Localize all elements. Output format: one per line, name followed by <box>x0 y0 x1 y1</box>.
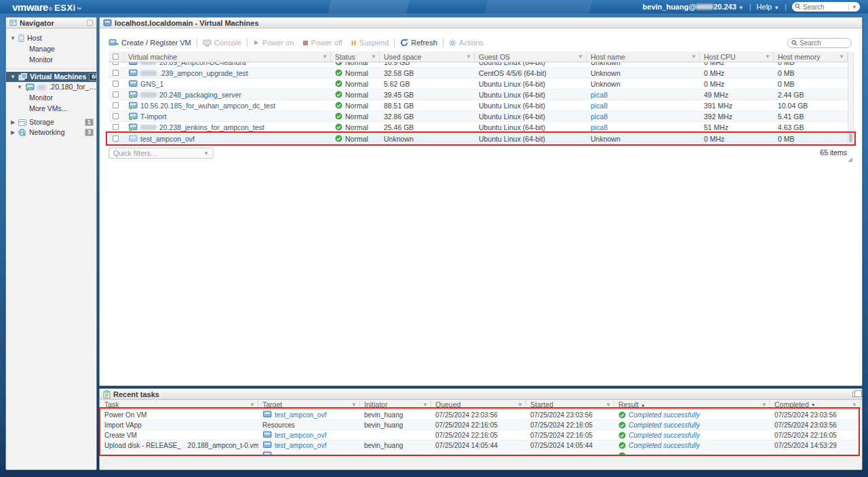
host-link[interactable]: pica8 <box>591 122 608 132</box>
row-checkbox[interactable] <box>113 70 119 76</box>
column-menu-icon[interactable]: ▼ <box>422 400 428 410</box>
target-link[interactable]: test_ampcon_ovf <box>275 440 326 450</box>
task-column-header-task[interactable]: Task▼ <box>100 400 258 410</box>
column-menu-icon[interactable]: ▼ <box>839 51 844 62</box>
vm-name-link[interactable]: 20.248_packaging_server <box>159 89 241 100</box>
task-row[interactable]: Import VAppResourcesbevin_huang07/25/202… <box>100 420 862 430</box>
vm-table-row[interactable]: .239_ampcon_upgrade_testNormal32.58 GBCe… <box>108 68 854 79</box>
sidebar-item-manage[interactable]: Manage <box>6 44 96 54</box>
sidebar-item-networking[interactable]: ▶ Networking 3 <box>6 127 96 138</box>
toolbar-button-power-off[interactable]: Power off <box>302 39 342 47</box>
tree-expander-icon[interactable]: ▼ <box>17 82 22 92</box>
restore-window-icon[interactable] <box>852 392 859 397</box>
column-menu-icon[interactable]: ▼ <box>517 400 523 410</box>
sidebar-item-more-vms[interactable]: More VMs... <box>6 104 96 114</box>
help-menu[interactable]: Help▼ <box>757 3 780 11</box>
vm-name-link[interactable]: GNS_1 <box>140 79 163 89</box>
column-menu-icon[interactable]: ▼ <box>466 51 471 62</box>
select-all-checkbox[interactable] <box>113 54 119 60</box>
row-checkbox[interactable] <box>113 124 119 130</box>
column-menu-icon[interactable]: ▼ <box>371 51 376 62</box>
pin-icon[interactable] <box>87 20 93 26</box>
task-row[interactable] <box>100 451 862 456</box>
vm-name-link[interactable]: test_ampcon_ovf <box>140 133 195 144</box>
column-header-status[interactable]: Status▼ <box>331 51 380 62</box>
column-menu-icon[interactable]: ▼ <box>578 51 583 62</box>
row-checkbox[interactable] <box>113 81 119 87</box>
tree-expander-icon[interactable]: ▼ <box>10 72 16 82</box>
column-menu-icon[interactable]: ▼ <box>765 51 770 62</box>
toolbar-button-suspend[interactable]: Suspend <box>351 39 389 47</box>
column-header-guest-os[interactable]: Guest OS▼ <box>475 51 587 62</box>
column-header-host-name[interactable]: Host name▼ <box>587 51 700 62</box>
task-column-header-initiator[interactable]: Initiator▼ <box>360 400 431 410</box>
toolbar-button-console[interactable]: Console <box>203 39 241 47</box>
toolbar-button-create-register-vm[interactable]: Create / Register VM <box>108 39 191 47</box>
chevron-down-icon[interactable]: ▼ <box>848 4 857 10</box>
vm-table-row[interactable]: 20.248_packaging_serverNormal39.45 GBUbu… <box>108 89 854 100</box>
column-menu-icon[interactable]: ▼ <box>606 400 611 410</box>
column-header-host-memory[interactable]: Host memory▼ <box>774 51 848 62</box>
vertical-scrollbar[interactable] <box>848 51 854 146</box>
column-menu-icon[interactable]: ▼ <box>250 400 255 410</box>
sidebar-item-monitor[interactable]: Monitor <box>6 55 96 65</box>
global-search-input[interactable] <box>803 3 845 11</box>
task-row[interactable]: Upload disk - RELEASE_20.188_ampcon_t-0.… <box>100 440 862 451</box>
host-link[interactable]: pica8 <box>591 111 608 121</box>
column-header-host-cpu[interactable]: Host CPU▼ <box>700 51 774 62</box>
user-menu[interactable]: bevin_huang@20.243▼ <box>643 3 744 11</box>
sidebar-item-host[interactable]: ▼ Host <box>6 33 96 43</box>
tree-collapsed-icon[interactable]: ▶ <box>10 127 16 138</box>
quick-filters-dropdown[interactable]: Quick filters... ▼ <box>108 148 214 159</box>
task-row[interactable]: Power On VMtest_ampcon_ovfbevin_huang07/… <box>100 410 862 420</box>
host-link[interactable]: pica8 <box>591 100 608 110</box>
column-menu-icon[interactable]: ▼ <box>762 400 767 410</box>
vm-name-link[interactable]: 20.238_jenkins_for_ampcon_test <box>159 122 264 132</box>
column-menu-icon[interactable]: ▼ <box>852 400 857 410</box>
vm-name-link[interactable]: 20.89_Ampcon-DC-leandra <box>159 62 246 67</box>
vm-search-input[interactable] <box>800 39 843 47</box>
resize-grip[interactable] <box>848 157 852 162</box>
vm-table-row[interactable]: 20.238_jenkins_for_ampcon_testNormal25.4… <box>108 122 854 133</box>
column-menu-icon[interactable]: ▼ <box>322 51 328 62</box>
global-search-box[interactable]: ▼ <box>792 2 860 12</box>
target-link[interactable]: test_ampcon_ovf <box>275 410 326 419</box>
row-checkbox[interactable] <box>113 62 119 65</box>
task-column-header-completed[interactable]: Completed▼▼ <box>770 400 861 410</box>
scrollbar-thumb[interactable] <box>849 133 852 142</box>
vm-table-row[interactable]: 20.89_Ampcon-DC-leandraNormal16.9 GBUbun… <box>108 62 854 68</box>
sidebar-item-vm-child[interactable]: ▼ .20.180_for_ampc... <box>6 82 96 92</box>
row-checkbox[interactable] <box>113 113 119 119</box>
row-checkbox[interactable] <box>113 136 119 142</box>
row-checkbox[interactable] <box>113 102 119 108</box>
vm-table-row[interactable]: GNS_1Normal5.62 GBUbuntu Linux (64-bit)U… <box>108 79 854 89</box>
vm-table-row[interactable]: 10.56.20.185_for_wuhan_ampcon_dc_testNor… <box>108 100 854 111</box>
toolbar-button-actions[interactable]: Actions <box>449 39 484 47</box>
sidebar-item-storage[interactable]: ▶ Storage 1 <box>6 117 96 127</box>
toolbar-button-refresh[interactable]: Refresh <box>400 39 437 47</box>
tree-collapsed-icon[interactable]: ▶ <box>10 117 16 127</box>
tree-expander-icon[interactable]: ▼ <box>10 33 16 43</box>
sidebar-item-vm-monitor[interactable]: Monitor <box>6 93 96 103</box>
column-menu-icon[interactable]: ▼ <box>691 51 696 62</box>
row-checkbox[interactable] <box>113 91 119 98</box>
task-column-header-queued[interactable]: Queued▼ <box>431 400 526 410</box>
task-column-header-target[interactable]: Target▼ <box>258 400 360 410</box>
column-header-virtual-machine[interactable]: Virtual machine▼ <box>124 51 331 62</box>
task-row[interactable]: Create VMtest_ampcon_ovf07/25/2024 22:16… <box>100 430 862 440</box>
host-link[interactable]: pica8 <box>591 89 608 100</box>
task-column-header-started[interactable]: Started▼ <box>526 400 614 410</box>
task-initiator-cell <box>360 430 431 440</box>
column-header-used-space[interactable]: Used space▼ <box>380 51 475 62</box>
target-link[interactable]: test_ampcon_ovf <box>275 430 326 440</box>
vm-search-box[interactable] <box>787 38 852 48</box>
vm-name-link[interactable]: 10.56.20.185_for_wuhan_ampcon_dc_test <box>140 100 275 110</box>
vm-name-link[interactable]: .239_ampcon_upgrade_test <box>159 68 248 78</box>
vm-name-link[interactable]: T-import <box>140 111 167 121</box>
vm-table-row[interactable]: test_ampcon_ovfNormalUnknownUbuntu Linux… <box>108 133 854 145</box>
vm-table-row[interactable]: T-importNormal32.86 GBUbuntu Linux (64-b… <box>108 111 854 122</box>
toolbar-button-power-on[interactable]: Power on <box>253 39 294 47</box>
column-menu-icon[interactable]: ▼ <box>351 400 357 410</box>
sidebar-item-virtual-machines[interactable]: ▼ Virtual Machines 65 <box>6 72 96 82</box>
task-column-header-result[interactable]: Result▲▼ <box>614 400 770 410</box>
